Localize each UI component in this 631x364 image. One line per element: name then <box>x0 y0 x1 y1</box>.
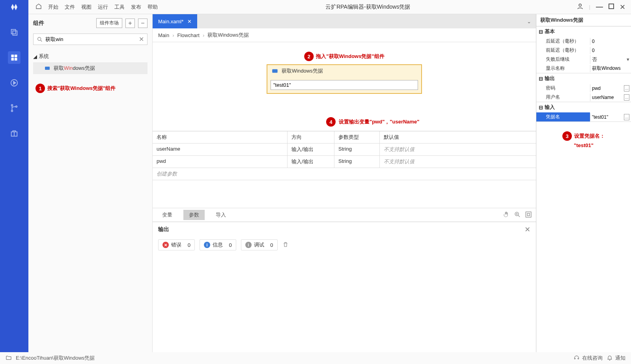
home-icon[interactable] <box>35 3 42 11</box>
menu-run[interactable]: 运行 <box>98 4 108 11</box>
tab-label: Main.xaml* <box>158 19 183 24</box>
prop-pre-delay[interactable]: 前延迟（毫秒） <box>536 46 631 55</box>
folder-icon <box>6 355 12 362</box>
status-consult[interactable]: 在线咨询 <box>573 355 603 362</box>
prop-credential-name[interactable]: 凭据名… <box>536 112 631 121</box>
sidebar-package-icon[interactable] <box>8 127 21 140</box>
components-panel: 组件 组件市场 + − ✕ ◢ 系统 获取Windows凭据 1搜索"获取Win… <box>28 14 153 352</box>
param-cell[interactable]: String <box>334 144 380 155</box>
prop-continue-on-fail[interactable]: 失败后继续否▾ <box>536 55 631 64</box>
svg-rect-7 <box>15 58 17 61</box>
output-body <box>153 254 536 352</box>
param-cell[interactable]: String <box>334 156 380 168</box>
sidebar-components-icon[interactable] <box>8 51 21 64</box>
fit-screen-icon[interactable] <box>525 211 532 219</box>
svg-rect-23 <box>527 213 530 216</box>
breadcrumb-item[interactable]: 获取Windows凭据 <box>207 32 249 39</box>
window-title: 云扩RPA编辑器-获取Windows凭据 <box>165 4 571 11</box>
param-row[interactable]: pwd 输入/输出 String 不支持默认值 <box>153 156 536 168</box>
clear-output-button[interactable] <box>282 241 289 249</box>
clear-search-button[interactable]: ✕ <box>139 35 144 43</box>
svg-rect-1 <box>609 4 614 9</box>
output-close-button[interactable]: ✕ <box>525 225 530 234</box>
component-market-button[interactable]: 组件市场 <box>96 18 122 28</box>
tab-imports[interactable]: 导入 <box>210 210 231 220</box>
prop-display-name[interactable]: 显示名称 <box>536 64 631 73</box>
output-title: 输出 <box>158 226 525 233</box>
svg-rect-4 <box>11 55 14 58</box>
headset-icon <box>573 355 580 362</box>
tab-overflow-button[interactable]: ⌄ <box>522 19 536 24</box>
menu-publish[interactable]: 发布 <box>131 4 141 11</box>
output-debug-filter[interactable]: i 调试 0 <box>241 239 278 250</box>
svg-point-14 <box>38 37 41 40</box>
col-name[interactable]: 名称 <box>153 131 287 143</box>
parameters-panel: 名称 方向 参数类型 默认值 userName 输入/输出 String 不支持… <box>153 131 536 222</box>
collapse-all-button[interactable]: − <box>138 19 147 28</box>
sidebar-branch-icon[interactable] <box>8 102 21 114</box>
tree-collapse-icon: ◢ <box>33 54 37 60</box>
user-icon[interactable] <box>577 3 584 11</box>
breadcrumb-item[interactable]: Flowchart <box>177 32 200 38</box>
maximize-button[interactable] <box>609 4 614 10</box>
status-path[interactable]: E:\EncooTihuan\获取Windows凭据 <box>16 355 95 362</box>
sidebar-debug-icon[interactable] <box>8 77 21 89</box>
prop-username[interactable]: 用户名… <box>536 93 631 102</box>
activity-icon <box>271 67 278 75</box>
activity-credential-input[interactable] <box>271 80 418 90</box>
credential-icon <box>44 65 50 71</box>
search-input[interactable] <box>43 35 139 43</box>
expand-button[interactable]: … <box>624 94 629 101</box>
menu-start[interactable]: 开始 <box>48 4 58 11</box>
expand-all-button[interactable]: + <box>125 19 135 28</box>
col-default[interactable]: 默认值 <box>380 131 536 143</box>
output-info-filter[interactable]: i 信息 0 <box>200 239 236 250</box>
menu-help[interactable]: 帮助 <box>147 4 158 11</box>
svg-point-11 <box>11 110 13 112</box>
tab-bar: Main.xaml* ✕ ⌄ <box>153 14 536 28</box>
params-header-row: 名称 方向 参数类型 默认值 <box>153 131 536 144</box>
expand-button[interactable]: … <box>624 85 629 91</box>
param-cell[interactable]: 不支持默认值 <box>380 144 536 155</box>
info-icon: i <box>204 242 210 248</box>
prop-password[interactable]: 密码… <box>536 84 631 93</box>
expand-button[interactable]: … <box>624 114 629 120</box>
tree-item-get-windows-credential[interactable]: 获取Windows凭据 <box>33 62 147 74</box>
component-search[interactable]: ✕ <box>33 34 147 45</box>
tab-variables[interactable]: 变量 <box>157 210 178 220</box>
zoom-icon[interactable] <box>514 211 521 219</box>
param-cell[interactable]: pwd <box>153 156 287 168</box>
param-cell[interactable]: 输入/输出 <box>287 156 334 168</box>
col-direction[interactable]: 方向 <box>287 131 334 143</box>
prop-group-output[interactable]: ⊟输出 <box>536 73 631 84</box>
menu-view[interactable]: 视图 <box>81 4 91 11</box>
app-logo <box>0 0 28 14</box>
editor-area: Main.xaml* ✕ ⌄ Main› Flowchart› 获取Window… <box>153 14 536 352</box>
param-cell[interactable]: 不支持默认值 <box>380 156 536 168</box>
menu-file[interactable]: 文件 <box>65 4 75 11</box>
pan-tool-icon[interactable] <box>503 211 510 219</box>
param-row[interactable]: userName 输入/输出 String 不支持默认值 <box>153 144 536 156</box>
tree-node-system[interactable]: ◢ 系统 <box>33 50 147 62</box>
svg-rect-3 <box>11 30 16 34</box>
status-notify[interactable]: 通知 <box>607 355 625 362</box>
create-param-row[interactable]: 创建参数 <box>153 168 536 180</box>
activity-get-windows-credential[interactable]: 获取Windows凭据 <box>267 64 422 94</box>
tab-close-icon[interactable]: ✕ <box>187 19 192 24</box>
minimize-button[interactable]: — <box>596 3 603 11</box>
prop-post-delay[interactable]: 后延迟（毫秒） <box>536 37 631 46</box>
param-cell[interactable]: 输入/输出 <box>287 144 334 155</box>
prop-group-input[interactable]: ⊟输入 <box>536 102 631 112</box>
menu-tools[interactable]: 工具 <box>114 4 125 11</box>
annotation-2: 2拖入"获取Windows凭据"组件 <box>304 52 384 61</box>
sidebar-copy-icon[interactable] <box>8 26 21 39</box>
col-type[interactable]: 参数类型 <box>334 131 380 143</box>
output-error-filter[interactable]: ✕ 错误 0 <box>158 239 195 250</box>
tab-main-xaml[interactable]: Main.xaml* ✕ <box>153 14 197 28</box>
close-button[interactable]: ✕ <box>620 3 625 11</box>
param-cell[interactable]: userName <box>153 144 287 155</box>
prop-group-basic[interactable]: ⊟基本 <box>536 26 631 37</box>
breadcrumb-item[interactable]: Main <box>158 32 169 38</box>
designer-canvas[interactable]: 2拖入"获取Windows凭据"组件 获取Windows凭据 4设置输出变量"p… <box>153 42 536 222</box>
tab-parameters[interactable]: 参数 <box>183 210 205 220</box>
